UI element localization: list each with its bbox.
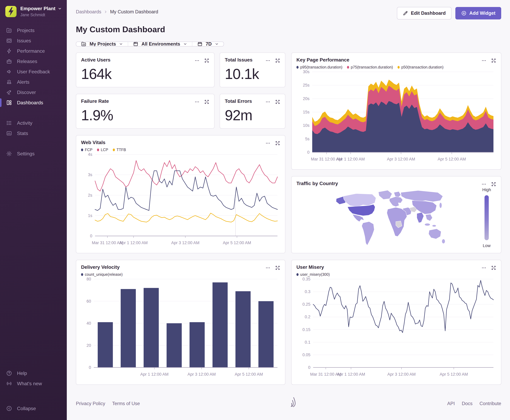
collapse-icon <box>6 405 12 412</box>
ellipsis-icon[interactable] <box>481 265 487 270</box>
breadcrumb-chevron-icon <box>104 10 108 14</box>
legend-item[interactable]: FCP <box>81 148 92 152</box>
sidebar-item-issues[interactable]: Issues <box>0 36 67 46</box>
widget-active-users: Active Users 164k <box>76 52 214 87</box>
dashboards-icon <box>6 100 12 106</box>
ellipsis-icon[interactable] <box>265 265 271 270</box>
sidebar-item-user-feedback[interactable]: User Feedback <box>0 67 67 77</box>
sidebar-item-releases[interactable]: Releases <box>0 56 67 67</box>
legend-item[interactable]: p75(transaction.duration) <box>347 65 393 69</box>
stat-value: 10.1k <box>225 66 280 82</box>
discover-icon <box>6 89 12 95</box>
pencil-icon <box>403 10 408 16</box>
sidebar-item-label: Collapse <box>17 406 36 411</box>
sidebar-item-activity[interactable]: Activity <box>0 118 67 128</box>
org-switcher[interactable]: Empower Plant Jane Schmidt <box>0 6 67 17</box>
widget-user-misery: User Misery user_misery(300) 00.050.10.1… <box>291 260 501 385</box>
sidebar-collapse-button[interactable]: Collapse <box>0 403 67 414</box>
sidebar-item-whats-new[interactable]: What's new <box>0 378 67 389</box>
legend-item[interactable]: user_misery(300) <box>296 272 330 277</box>
delivery-velocity-chart[interactable]: 020406080Apr 1 12:00 AMApr 3 12:00 AMApr… <box>81 277 280 380</box>
map-legend-low: Low <box>483 243 491 248</box>
ellipsis-icon[interactable] <box>481 58 487 63</box>
sidebar-item-settings[interactable]: Settings <box>0 149 67 159</box>
sidebar-item-label: Performance <box>17 48 45 54</box>
docs-link[interactable]: Docs <box>462 401 473 406</box>
ellipsis-icon[interactable] <box>194 99 200 105</box>
performance-icon <box>6 48 12 54</box>
project-filter[interactable]: My Projects <box>76 42 128 46</box>
legend-item[interactable]: LCP <box>97 148 108 152</box>
svg-text:0.1: 0.1 <box>305 340 310 345</box>
expand-icon[interactable] <box>275 265 280 270</box>
widget-title: Delivery Velocity <box>81 264 120 270</box>
ellipsis-icon[interactable] <box>265 141 271 146</box>
sidebar-item-label: Projects <box>17 28 35 33</box>
sidebar-item-dashboards[interactable]: Dashboards <box>0 98 67 108</box>
expand-icon[interactable] <box>491 58 496 63</box>
svg-text:3s: 3s <box>88 172 92 177</box>
sidebar-item-discover[interactable]: Discover <box>0 87 67 98</box>
widget-title: Active Users <box>81 57 111 63</box>
expand-icon[interactable] <box>275 58 280 63</box>
sidebar: Empower Plant Jane Schmidt Projects Issu… <box>0 0 67 420</box>
legend-item[interactable]: p95(transaction.duration) <box>296 65 342 69</box>
legend-item[interactable]: count_unique(release) <box>81 272 123 277</box>
stat-value: 1.9% <box>81 107 209 124</box>
user-misery-chart[interactable]: 00.050.10.150.20.250.30.35Mar 31 12:00 A… <box>296 277 496 380</box>
legend-dot <box>347 66 349 69</box>
svg-text:Apr 5 12:00 AM: Apr 5 12:00 AM <box>440 372 468 377</box>
date-range-filter[interactable]: 7D <box>192 42 224 46</box>
svg-text:20: 20 <box>87 343 91 348</box>
ellipsis-icon[interactable] <box>265 99 271 105</box>
plus-circle-icon <box>461 10 466 16</box>
edit-dashboard-button[interactable]: Edit Dashboard <box>397 7 451 19</box>
expand-icon[interactable] <box>491 265 496 270</box>
activity-icon <box>6 120 12 126</box>
ellipsis-icon[interactable] <box>481 182 487 187</box>
svg-text:10s: 10s <box>303 123 310 128</box>
privacy-policy-link[interactable]: Privacy Policy <box>76 401 105 406</box>
sidebar-item-projects[interactable]: Projects <box>0 25 67 36</box>
add-widget-button[interactable]: Add Widget <box>455 7 501 19</box>
svg-text:Apr 3 12:00 AM: Apr 3 12:00 AM <box>387 157 415 161</box>
sidebar-item-label: Activity <box>17 120 32 126</box>
breadcrumb-dashboards-link[interactable]: Dashboards <box>76 9 101 15</box>
user-feedback-icon <box>6 69 12 75</box>
expand-icon[interactable] <box>204 58 209 63</box>
releases-icon <box>6 58 12 64</box>
expand-icon[interactable] <box>491 182 496 187</box>
expand-icon[interactable] <box>204 99 209 105</box>
legend-item[interactable]: TTFB <box>113 148 126 152</box>
svg-text:0.35: 0.35 <box>302 277 310 281</box>
svg-text:4s: 4s <box>88 152 92 157</box>
web-vitals-chart[interactable]: 01s2s3s4sMar 31 12:00 AMApr 1 12:00 AMAp… <box>81 152 280 249</box>
chevron-down-icon <box>119 42 123 46</box>
widget-total-issues: Total Issues 10.1k <box>220 52 285 87</box>
environment-filter[interactable]: All Environments <box>128 42 192 46</box>
svg-text:0: 0 <box>89 365 91 370</box>
svg-text:0.15: 0.15 <box>302 327 310 332</box>
expand-icon[interactable] <box>275 141 280 146</box>
api-link[interactable]: API <box>447 401 455 406</box>
sidebar-item-label: Issues <box>17 38 31 44</box>
svg-text:0: 0 <box>90 234 92 238</box>
sidebar-item-alerts[interactable]: Alerts <box>0 77 67 87</box>
legend-item[interactable]: p50(transaction.duration) <box>398 65 443 69</box>
svg-text:Apr 5 12:00 AM: Apr 5 12:00 AM <box>235 372 263 377</box>
terms-of-use-link[interactable]: Terms of Use <box>112 401 140 406</box>
sidebar-item-stats[interactable]: Stats <box>0 128 67 138</box>
world-map[interactable]: High Low <box>296 187 496 249</box>
ellipsis-icon[interactable] <box>194 58 200 63</box>
svg-text:5s: 5s <box>305 137 310 141</box>
contribute-link[interactable]: Contribute <box>480 401 501 406</box>
chart-legend: p95(transaction.duration) p75(transactio… <box>296 65 496 69</box>
sidebar-item-performance[interactable]: Performance <box>0 46 67 56</box>
ellipsis-icon[interactable] <box>265 58 271 63</box>
sidebar-item-help[interactable]: Help <box>0 368 67 378</box>
sidebar-item-label: Dashboards <box>17 100 43 105</box>
expand-icon[interactable] <box>275 99 280 105</box>
svg-text:2s: 2s <box>88 193 92 198</box>
widget-title: Failure Rate <box>81 98 109 104</box>
key-page-performance-chart[interactable]: 05s10s15s20s25s30sMar 31 12:00 AMApr 1 1… <box>296 69 496 165</box>
